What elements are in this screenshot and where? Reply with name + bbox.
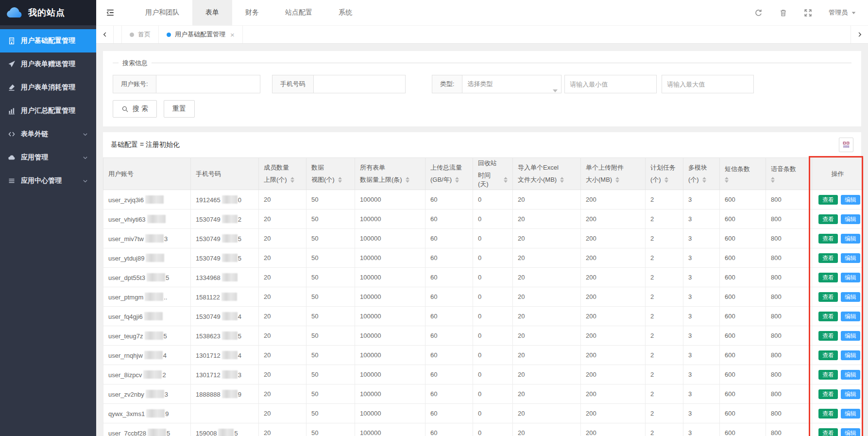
view-button[interactable]: 查看	[818, 312, 838, 321]
view-button[interactable]: 查看	[818, 409, 838, 419]
max-value-input[interactable]	[662, 75, 754, 93]
column-header[interactable]: 多模块(个)	[683, 158, 720, 190]
value-cell: 100000	[355, 346, 425, 365]
column-header-label: 导入单个Excel	[518, 163, 576, 172]
phone-text: 1334968	[196, 274, 221, 281]
phone-text: 5	[238, 255, 241, 262]
sort-icon[interactable]	[455, 177, 459, 183]
sort-icon[interactable]	[771, 177, 775, 183]
edit-button[interactable]: 编辑	[841, 234, 860, 244]
value-cell: 100000	[355, 190, 425, 209]
search-filters: 用户账号: 手机号码 类型: 选择类型	[113, 75, 851, 93]
column-header-label: 上限(个)	[264, 175, 287, 184]
edit-button[interactable]: 编辑	[841, 428, 860, 436]
sidebar-item[interactable]: 应用管理	[0, 146, 96, 169]
view-button[interactable]: 查看	[818, 292, 838, 302]
edit-button[interactable]: 编辑	[841, 292, 860, 302]
edit-button[interactable]: 编辑	[841, 253, 860, 263]
value-cell: 20	[513, 307, 581, 326]
page-tab[interactable]: 首页	[121, 26, 159, 43]
min-value-input[interactable]	[564, 75, 657, 93]
table-panel-header: 基础配置 = 注册初始化	[103, 132, 861, 157]
brand[interactable]: 我的站点	[0, 0, 96, 25]
actions-cell: 查看编辑	[812, 268, 864, 287]
sidebar-item[interactable]: 用户表单赠送管理	[0, 52, 96, 76]
account-input[interactable]	[156, 75, 260, 93]
sort-icon[interactable]	[702, 177, 706, 183]
view-button[interactable]: 查看	[818, 370, 838, 380]
column-settings-button[interactable]	[839, 138, 853, 152]
column-header[interactable]: 成员数量上限(个)	[259, 158, 306, 190]
column-header[interactable]: 语音条数	[766, 158, 812, 190]
sidebar-item[interactable]: 表单外链	[0, 122, 96, 146]
nav-item[interactable]: 表单	[192, 0, 232, 25]
sort-icon[interactable]	[615, 177, 619, 183]
edit-button[interactable]: 编辑	[841, 350, 860, 360]
page-tab[interactable]: 用户基础配置管理×	[159, 26, 243, 43]
edit-button[interactable]: 编辑	[841, 312, 860, 321]
sidebar-item-label: 应用中心管理	[21, 176, 62, 185]
sidebar-item[interactable]: 应用中心管理	[0, 169, 96, 192]
edit-button[interactable]: 编辑	[841, 370, 860, 380]
type-select[interactable]: 选择类型	[462, 75, 562, 93]
view-button[interactable]: 查看	[818, 331, 838, 341]
view-button[interactable]: 查看	[818, 253, 838, 263]
nav-item[interactable]: 财务	[232, 0, 272, 25]
view-button[interactable]: 查看	[818, 428, 838, 436]
tab-close-icon[interactable]: ×	[230, 31, 235, 38]
edit-button[interactable]: 编辑	[841, 195, 860, 205]
sort-icon[interactable]	[338, 177, 342, 183]
search-buttons: 搜 索 重置	[113, 100, 851, 118]
nav-item[interactable]: 站点配置	[272, 0, 325, 25]
value-cell: 800	[766, 365, 812, 384]
nav-item[interactable]: 系统	[325, 0, 365, 25]
view-button[interactable]: 查看	[818, 350, 838, 360]
column-header[interactable]: 上传总流量(GB/年)	[425, 158, 473, 190]
column-header[interactable]: 导入单个Excel文件大小(MB)	[513, 158, 581, 190]
view-button[interactable]: 查看	[818, 389, 838, 399]
column-header[interactable]: 短信条数	[720, 158, 766, 190]
column-header[interactable]: 所有表单数据量上限(条)	[355, 158, 425, 190]
tab-bar: 首页用户基础配置管理×	[96, 25, 868, 44]
sort-icon[interactable]	[664, 177, 668, 183]
tabs-scroll-right-icon[interactable]	[851, 26, 868, 43]
fullscreen-icon[interactable]	[804, 9, 812, 17]
sort-icon[interactable]	[725, 177, 729, 183]
user-menu[interactable]: 管理员	[829, 8, 856, 17]
sidebar-item[interactable]: 用户基础配置管理	[0, 29, 96, 52]
column-header[interactable]: 回收站时间(天)	[473, 158, 513, 190]
view-button[interactable]: 查看	[818, 195, 838, 205]
column-header[interactable]: 计划任务(个)	[646, 158, 683, 190]
sort-icon[interactable]	[504, 177, 508, 183]
view-button[interactable]: 查看	[818, 214, 838, 224]
redacted-block	[145, 234, 164, 243]
column-header[interactable]: 数据视图(个)	[306, 158, 355, 190]
user-account-cell: user_dpt55t35	[103, 268, 191, 287]
logo-cloud-icon	[5, 5, 24, 20]
sidebar-item[interactable]: 用户汇总配置管理	[0, 99, 96, 122]
edit-button[interactable]: 编辑	[841, 214, 860, 224]
trash-icon[interactable]	[779, 9, 787, 17]
edit-button[interactable]: 编辑	[841, 331, 860, 341]
sidebar-item[interactable]: 用户表单消耗管理	[0, 76, 96, 99]
redacted-block	[146, 254, 164, 262]
edit-button[interactable]: 编辑	[841, 409, 860, 419]
sort-icon[interactable]	[290, 177, 294, 183]
nav-item[interactable]: 用户和团队	[132, 0, 192, 25]
column-header[interactable]: 单个上传附件大小(MB)	[581, 158, 646, 190]
column-header: 用户账号	[103, 158, 191, 190]
search-button[interactable]: 搜 索	[113, 100, 157, 118]
value-cell: 50	[306, 248, 355, 268]
tabs-scroll-left-icon[interactable]	[96, 26, 114, 43]
view-button[interactable]: 查看	[818, 273, 838, 282]
refresh-icon[interactable]	[754, 9, 763, 17]
view-button[interactable]: 查看	[818, 234, 838, 244]
value-cell: 800	[766, 229, 812, 248]
phone-input[interactable]	[313, 75, 406, 93]
sidebar-toggle-icon[interactable]	[106, 8, 115, 17]
sort-icon[interactable]	[560, 177, 564, 183]
edit-button[interactable]: 编辑	[841, 389, 860, 399]
reset-button[interactable]: 重置	[164, 100, 195, 118]
sort-icon[interactable]	[406, 177, 409, 183]
edit-button[interactable]: 编辑	[841, 273, 860, 282]
